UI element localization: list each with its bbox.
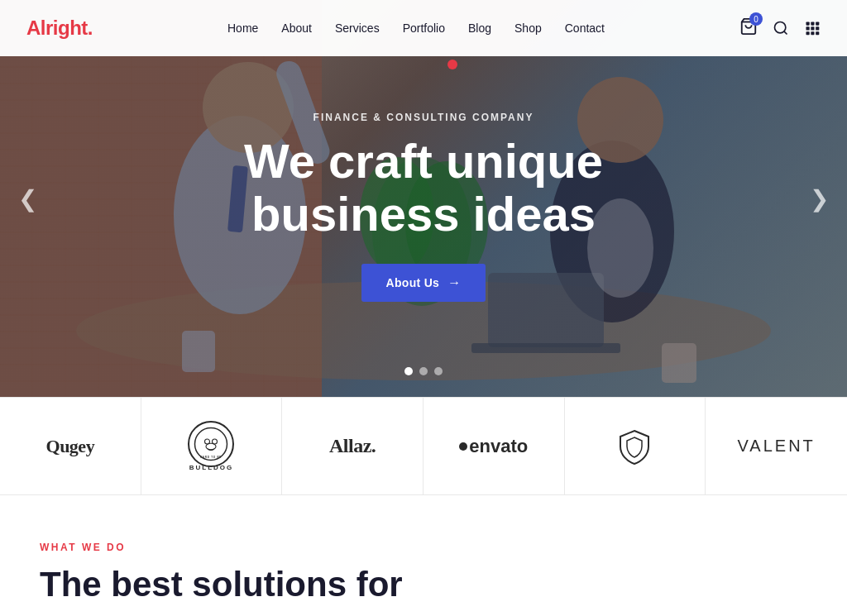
hero-cta-button[interactable]: About Us → — [361, 264, 486, 302]
chevron-right-icon: ❯ — [810, 186, 829, 212]
hero-title: We craft unique business ideas — [244, 135, 603, 241]
svg-text:HARD TO BE: HARD TO BE — [200, 456, 222, 459]
slider-dot-1[interactable] — [404, 367, 413, 375]
slider-dots — [404, 367, 443, 375]
svg-rect-6 — [806, 26, 809, 30]
svg-line-2 — [784, 31, 787, 35]
svg-rect-5 — [816, 22, 819, 26]
chevron-left-icon: ❮ — [18, 186, 37, 212]
logo-allaz: Allaz. — [282, 398, 424, 494]
slider-dot-3[interactable] — [434, 367, 443, 375]
svg-rect-9 — [806, 31, 809, 35]
navbar-icons: 0 — [739, 17, 821, 39]
brand-dot: . — [88, 17, 93, 39]
slider-dot-2[interactable] — [419, 367, 428, 375]
envato-dot-icon — [459, 442, 467, 451]
bulldog-circle: HARD TO BE — [188, 421, 234, 467]
search-icon — [773, 20, 789, 36]
hero-title-line1: We craft unique — [244, 134, 603, 188]
main-nav: Home About Services Portfolio Blog Shop … — [227, 21, 605, 36]
svg-point-1 — [774, 22, 785, 33]
valent-text: VALENT — [738, 437, 816, 456]
wwd-label: What We Do — [40, 542, 807, 553]
qugey-text: Qugey — [46, 436, 95, 457]
bulldog-icon: HARD TO BE — [194, 427, 228, 461]
slider-arrow-right[interactable]: ❯ — [802, 177, 837, 221]
allaz-text: Allaz. — [329, 435, 376, 457]
logos-section: Qugey HARD TO BE BULLDOG — [0, 397, 847, 495]
cart-badge: 0 — [749, 12, 763, 26]
svg-rect-7 — [811, 26, 814, 30]
logo-shield — [565, 398, 706, 494]
svg-rect-4 — [811, 22, 814, 26]
brand-name: Alright — [26, 17, 88, 39]
logo-valent: VALENT — [706, 398, 847, 494]
svg-point-30 — [206, 443, 216, 450]
search-button[interactable] — [773, 20, 789, 36]
arrow-right-icon: → — [447, 275, 461, 290]
logo-bulldog: HARD TO BE BULLDOG — [141, 398, 283, 494]
nav-item-about[interactable]: About — [281, 21, 312, 36]
shield-icon — [615, 427, 653, 466]
hero-title-line2: business ideas — [251, 187, 596, 241]
wwd-title-line1: The best solutions for — [40, 565, 403, 604]
logos-grid: Qugey HARD TO BE BULLDOG — [0, 398, 847, 494]
nav-item-home[interactable]: Home — [227, 21, 258, 36]
hero-red-dot — [447, 60, 457, 69]
nav-item-contact[interactable]: Contact — [565, 21, 605, 36]
hero-subtitle: Finance & Consulting Company — [313, 112, 534, 123]
nav-item-shop[interactable]: Shop — [514, 21, 542, 36]
slider-arrow-left[interactable]: ❮ — [10, 177, 45, 221]
bulldog-logo-wrap: HARD TO BE BULLDOG — [188, 421, 234, 471]
svg-rect-11 — [816, 31, 819, 35]
logo-qugey: Qugey — [0, 398, 141, 494]
wwd-title: The best solutions for — [40, 565, 807, 604]
envato-text: envato — [459, 436, 528, 457]
nav-item-blog[interactable]: Blog — [468, 21, 491, 36]
hero-content: Finance & Consulting Company We craft un… — [0, 0, 847, 397]
brand-logo[interactable]: Alright. — [26, 17, 93, 40]
svg-rect-3 — [806, 22, 809, 26]
grid-icon — [804, 20, 821, 36]
cart-button[interactable]: 0 — [739, 17, 758, 39]
wwd-section: What We Do The best solutions for — [0, 495, 847, 616]
svg-rect-8 — [816, 26, 819, 30]
svg-rect-10 — [811, 31, 814, 35]
logo-envato: envato — [424, 398, 565, 494]
nav-item-services[interactable]: Services — [335, 21, 380, 36]
hero-section: Finance & Consulting Company We craft un… — [0, 0, 847, 397]
nav-item-portfolio[interactable]: Portfolio — [403, 21, 445, 36]
grid-menu-button[interactable] — [804, 20, 821, 36]
hero-cta-label: About Us — [386, 276, 440, 289]
navbar: Alright. Home About Services Portfolio B… — [0, 0, 847, 56]
